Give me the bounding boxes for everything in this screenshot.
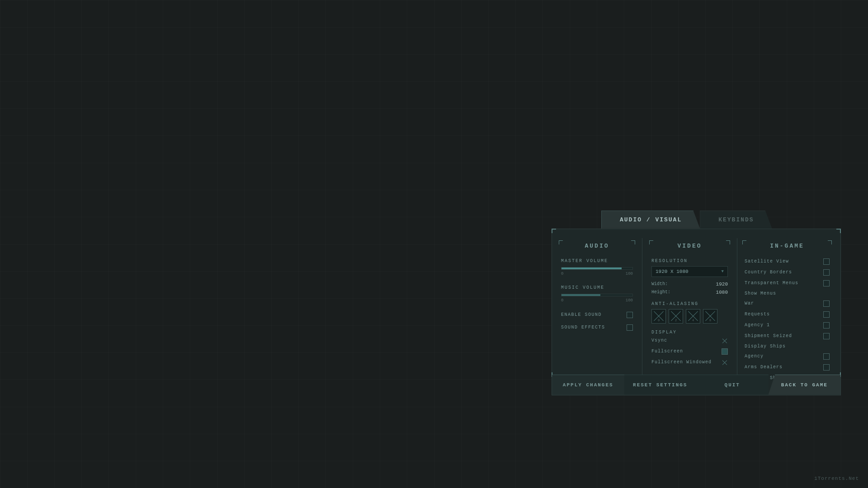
- enable-sound-label: ENABLE SOUND: [561, 312, 602, 317]
- tab-keybinds[interactable]: KEYBINDS: [700, 211, 772, 229]
- music-volume-min: 0: [561, 298, 563, 303]
- master-volume-max: 100: [626, 272, 633, 276]
- ingame-agency1: Agency 1: [745, 322, 830, 328]
- war-checkbox[interactable]: [823, 300, 830, 307]
- fullscreen-checkbox[interactable]: [722, 348, 728, 355]
- ingame-show-menus: Show Menus: [745, 291, 830, 296]
- music-volume-track[interactable]: [561, 294, 633, 296]
- ingame-header: IN-GAME: [745, 243, 830, 249]
- video-header: VIDEO: [651, 243, 728, 249]
- ingame-arms-dealers: Arms Dealers: [745, 364, 830, 371]
- music-volume-max: 100: [626, 298, 633, 303]
- width-value: 1920: [716, 282, 728, 287]
- aa-option-8[interactable]: 8: [703, 309, 717, 324]
- resolution-value: 1920 X 1080: [656, 269, 689, 274]
- display-label: DISPLAY: [651, 330, 728, 335]
- fullscreen-row: Fullscreen: [651, 348, 728, 355]
- height-value: 1080: [716, 290, 728, 295]
- master-volume-fill: [561, 267, 622, 269]
- music-volume-label: MUSIC VOLUME: [561, 285, 633, 290]
- master-volume-label: MASTER VOLUME: [561, 258, 633, 263]
- master-volume-min: 0: [561, 272, 563, 276]
- anti-aliasing-label: ANTI-ALIASING: [651, 301, 728, 306]
- dropdown-arrow-icon: ▼: [722, 269, 724, 274]
- audio-header: AUDIO: [561, 243, 633, 249]
- music-volume-fill: [561, 294, 600, 296]
- fullscreen-windowed-toggle[interactable]: [722, 359, 728, 366]
- width-label: Width:: [651, 282, 668, 286]
- shipment-seized-checkbox[interactable]: [823, 333, 830, 339]
- watermark: 1Torrents.Net: [814, 476, 859, 481]
- ingame-shipment-seized: Shipment Seized: [745, 333, 830, 339]
- requests-checkbox[interactable]: [823, 311, 830, 318]
- ingame-country-borders: Country Borders: [745, 269, 830, 276]
- transparent-menus-checkbox[interactable]: [823, 280, 830, 286]
- anti-aliasing-options: 0 2 4: [651, 309, 728, 324]
- agency1-checkbox[interactable]: [823, 322, 830, 328]
- back-button[interactable]: BACK TO GAME: [769, 375, 841, 395]
- tab-audio-visual[interactable]: AUDIO / VISUAL: [601, 211, 700, 229]
- sound-effects-row: SOUND EFFECTS: [561, 324, 633, 331]
- arms-dealers-checkbox[interactable]: [823, 364, 830, 371]
- bottom-bar: APPLY CHANGES RESET SETTINGS QUIT BACK T…: [552, 375, 840, 395]
- resolution-dropdown[interactable]: 1920 X 1080 ▼: [651, 266, 728, 277]
- quit-button[interactable]: QUIT: [696, 375, 769, 395]
- satellite-view-checkbox[interactable]: [823, 258, 830, 265]
- master-volume-track[interactable]: [561, 267, 633, 270]
- fullscreen-windowed-label: Fullscreen Windowed: [651, 360, 712, 365]
- enable-sound-checkbox[interactable]: [627, 312, 633, 318]
- apply-button[interactable]: APPLY CHANGES: [552, 375, 624, 395]
- resolution-label: RESOLUTION: [651, 258, 728, 263]
- enable-sound-row: ENABLE SOUND: [561, 312, 633, 318]
- aa-option-4[interactable]: 4: [686, 309, 700, 324]
- ingame-war: War: [745, 300, 830, 307]
- country-borders-checkbox[interactable]: [823, 269, 830, 276]
- ingame-display-ships: Display Ships: [745, 344, 830, 349]
- fullscreen-label: Fullscreen: [651, 349, 683, 354]
- ingame-satellite-view: Satellite View: [745, 258, 830, 265]
- sound-effects-checkbox[interactable]: [627, 324, 633, 331]
- ingame-requests: Requests: [745, 311, 830, 318]
- fullscreen-windowed-row: Fullscreen Windowed: [651, 359, 728, 366]
- vsync-row: Vsync: [651, 338, 728, 344]
- aa-option-0[interactable]: 0: [651, 309, 666, 324]
- ingame-agency: Agency: [745, 353, 830, 360]
- agency-checkbox[interactable]: [823, 353, 830, 360]
- reset-button[interactable]: RESET SETTINGS: [624, 375, 697, 395]
- aa-option-2[interactable]: 2: [669, 309, 683, 324]
- vsync-toggle[interactable]: [722, 338, 728, 344]
- sound-effects-label: SOUND EFFECTS: [561, 325, 605, 330]
- vsync-label: Vsync: [651, 338, 667, 343]
- height-label: Height:: [651, 290, 670, 295]
- ingame-transparent-menus: Transparent Menus: [745, 280, 830, 286]
